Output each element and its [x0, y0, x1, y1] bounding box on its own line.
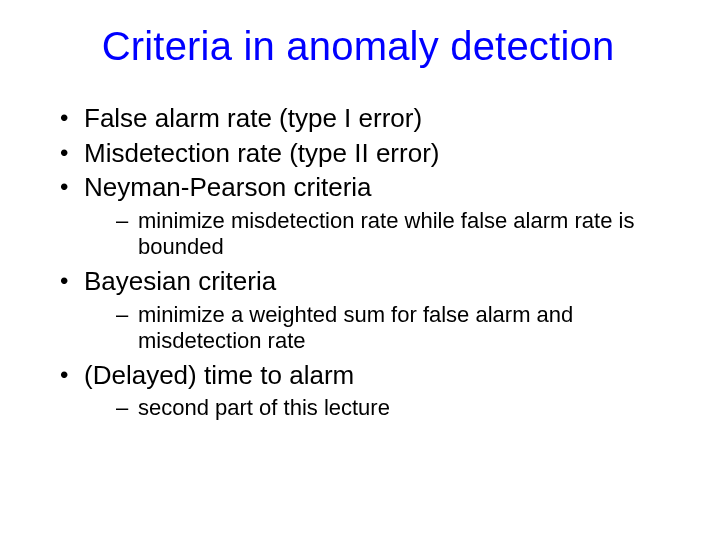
- sub-bullet-text: second part of this lecture: [138, 395, 390, 420]
- bullet-text: Bayesian criteria: [84, 266, 276, 296]
- list-item: Neyman-Pearson criteria minimize misdete…: [60, 172, 680, 260]
- slide-title: Criteria in anomaly detection: [36, 24, 680, 69]
- sub-list-item: minimize misdetection rate while false a…: [116, 208, 680, 260]
- list-item: (Delayed) time to alarm second part of t…: [60, 360, 680, 422]
- sub-list-item: minimize a weighted sum for false alarm …: [116, 302, 680, 354]
- bullet-text: (Delayed) time to alarm: [84, 360, 354, 390]
- list-item: False alarm rate (type I error): [60, 103, 680, 135]
- sub-bullet-text: minimize a weighted sum for false alarm …: [138, 302, 573, 353]
- list-item: Bayesian criteria minimize a weighted su…: [60, 266, 680, 354]
- sub-list: minimize a weighted sum for false alarm …: [84, 302, 680, 354]
- bullet-text: Misdetection rate (type II error): [84, 138, 439, 168]
- bullet-text: False alarm rate (type I error): [84, 103, 422, 133]
- sub-bullet-text: minimize misdetection rate while false a…: [138, 208, 634, 259]
- bullet-list: False alarm rate (type I error) Misdetec…: [36, 103, 680, 421]
- sub-list-item: second part of this lecture: [116, 395, 680, 421]
- sub-list: minimize misdetection rate while false a…: [84, 208, 680, 260]
- bullet-text: Neyman-Pearson criteria: [84, 172, 372, 202]
- sub-list: second part of this lecture: [84, 395, 680, 421]
- list-item: Misdetection rate (type II error): [60, 138, 680, 170]
